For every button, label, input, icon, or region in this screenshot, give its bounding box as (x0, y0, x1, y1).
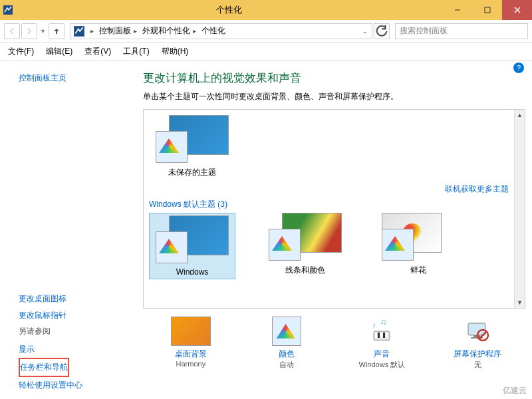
sidebar: 控制面板主页 更改桌面图标 更改鼠标指针 另请参阅 显示 任务栏和导航 轻松使用… (0, 61, 136, 399)
search-placeholder: 搜索控制面板 (400, 25, 448, 37)
color-icon (272, 317, 301, 346)
address-bar[interactable]: ▸ 控制面板▸ 外观和个性化▸ 个性化 ⌄ (70, 23, 372, 39)
setting-label: 声音 (345, 348, 418, 360)
svg-rect-12 (383, 332, 385, 338)
sidebar-taskbar-nav[interactable]: 任务栏和导航 (19, 358, 69, 377)
svg-rect-9 (375, 332, 377, 338)
help-icon[interactable]: ? (513, 63, 524, 73)
setting-label: 颜色 (250, 348, 323, 360)
menu-file[interactable]: 文件(F) (8, 46, 34, 57)
breadcrumb-label: 外观和个性化 (142, 25, 190, 37)
menu-bar: 文件(F) 编辑(E) 查看(V) 工具(T) 帮助(H) (0, 43, 532, 61)
breadcrumb-label: 个性化 (201, 25, 225, 37)
wallpaper-icon (171, 317, 211, 346)
color-thumb (156, 231, 188, 263)
page-heading: 更改计算机上的视觉效果和声音 (143, 70, 525, 86)
color-thumb (382, 229, 414, 261)
breadcrumb-control-panel[interactable]: 控制面板▸ (96, 24, 140, 39)
sound-icon: ♪♫ (364, 317, 400, 346)
scroll-track[interactable] (515, 120, 525, 297)
theme-label: 鲜花 (375, 265, 462, 276)
watermark: 亿速云 (503, 385, 527, 396)
scroll-down-icon[interactable]: ▼ (515, 297, 525, 308)
back-button[interactable] (4, 23, 20, 39)
theme-windows[interactable]: Windows (149, 213, 235, 279)
screensaver-icon (460, 317, 495, 346)
control-panel-icon (73, 25, 85, 37)
theme-unsaved[interactable]: 未保存的主题 (149, 115, 235, 178)
search-input[interactable]: 搜索控制面板 (395, 23, 528, 39)
theme-label: 线条和颜色 (262, 265, 348, 276)
title-bar: 个性化 (0, 0, 532, 20)
svg-rect-2 (485, 7, 490, 13)
scroll-up-icon[interactable]: ▲ (515, 110, 525, 120)
sidebar-desktop-icons[interactable]: 更改桌面图标 (19, 291, 136, 307)
theme-label: Windows (152, 267, 233, 277)
svg-rect-11 (380, 332, 382, 338)
breadcrumb-personalization[interactable]: 个性化 (199, 24, 228, 39)
setting-value: 无 (441, 360, 514, 370)
color-thumb (156, 131, 188, 163)
color-thumb (269, 229, 301, 261)
color-setting[interactable]: 颜色 自动 (250, 317, 323, 370)
theme-flowers[interactable]: 鲜花 (375, 213, 462, 279)
sidebar-ease-of-access[interactable]: 轻松使用设置中心 (19, 377, 136, 394)
setting-label: 屏幕保护程序 (441, 348, 514, 360)
screensaver-setting[interactable]: 屏幕保护程序 无 (441, 317, 514, 370)
sound-setting[interactable]: ♪♫ 声音 Windows 默认 (345, 317, 418, 370)
address-dropdown-icon[interactable]: ⌄ (358, 28, 372, 35)
page-subtext: 单击某个主题可一次性同时更改桌面背景、颜色、声音和屏幕保护程序。 (143, 91, 525, 102)
sidebar-see-also-header: 另请参阅 (19, 326, 136, 337)
setting-value: Harmony (154, 360, 227, 368)
svg-rect-10 (378, 332, 380, 338)
recent-dropdown[interactable]: ▼ (40, 28, 46, 35)
theme-lines-colors[interactable]: 线条和颜色 (262, 213, 348, 279)
setting-value: Windows 默认 (345, 360, 418, 370)
sidebar-home[interactable]: 控制面板主页 (19, 70, 136, 283)
breadcrumb-label: 控制面板 (99, 25, 131, 37)
theme-label: 未保存的主题 (149, 167, 235, 178)
svg-text:♫: ♫ (380, 318, 386, 327)
breadcrumb-appearance[interactable]: 外观和个性化▸ (140, 24, 199, 39)
forward-button[interactable] (21, 23, 37, 39)
desktop-background-setting[interactable]: 桌面背景 Harmony (154, 317, 227, 370)
content-area: ? 更改计算机上的视觉效果和声音 单击某个主题可一次性同时更改桌面背景、颜色、声… (136, 61, 532, 399)
menu-view[interactable]: 查看(V) (84, 46, 111, 57)
sidebar-mouse-pointers[interactable]: 更改鼠标指针 (19, 308, 136, 323)
maximize-button[interactable] (472, 0, 502, 20)
system-icon (3, 5, 13, 15)
up-button[interactable] (49, 23, 65, 39)
setting-label: 桌面背景 (154, 348, 227, 360)
close-button[interactable] (502, 0, 532, 20)
online-themes-link[interactable]: 联机获取更多主题 (149, 184, 509, 195)
svg-rect-13 (386, 332, 388, 338)
themes-panel: 未保存的主题 联机获取更多主题 Windows 默认主题 (3) Windows… (143, 109, 525, 309)
scrollbar[interactable]: ▲ ▼ (514, 110, 525, 308)
menu-tools[interactable]: 工具(T) (123, 46, 149, 57)
window-title: 个性化 (16, 4, 442, 16)
bottom-settings-bar: 桌面背景 Harmony 颜色 自动 ♪♫ 声音 Windows 默认 屏幕保护… (143, 309, 525, 370)
menu-edit[interactable]: 编辑(E) (46, 46, 72, 57)
minimize-button[interactable] (442, 0, 472, 20)
refresh-button[interactable] (374, 23, 390, 39)
setting-value: 自动 (250, 360, 323, 370)
svg-text:♪: ♪ (372, 321, 376, 329)
theme-group-header: Windows 默认主题 (3) (149, 199, 519, 210)
menu-help[interactable]: 帮助(H) (162, 46, 189, 57)
sidebar-display[interactable]: 显示 (19, 341, 136, 358)
breadcrumb-root-sep[interactable]: ▸ (85, 24, 96, 39)
nav-bar: ▼ ▸ 控制面板▸ 外观和个性化▸ 个性化 ⌄ 搜索控制面板 (0, 20, 532, 43)
